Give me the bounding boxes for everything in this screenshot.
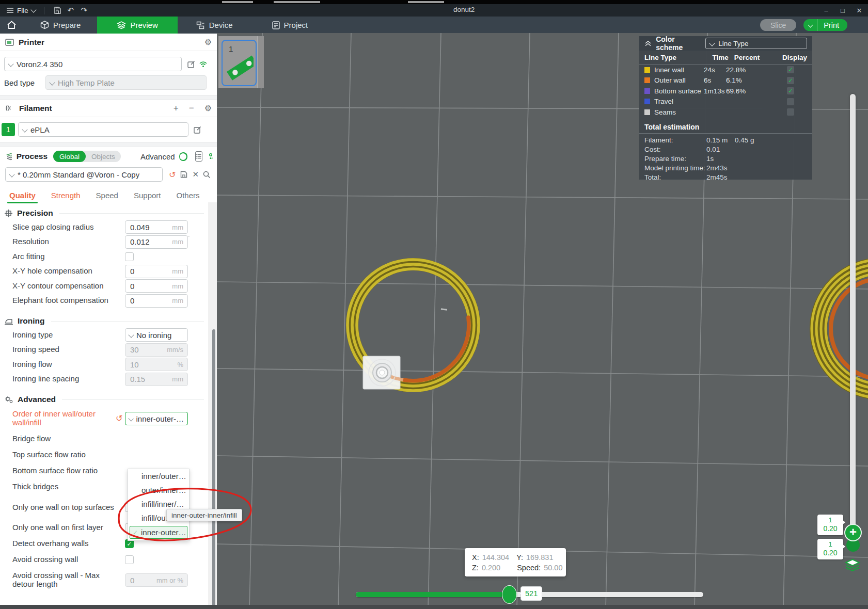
reset-preset-icon[interactable]: ↺ [169, 170, 176, 180]
setting-row: Top surface flow ratio [0, 447, 208, 463]
display-checkbox[interactable]: ✓ [787, 87, 794, 94]
add-filament-button[interactable]: + [173, 103, 179, 114]
legend-row: Outer wall6s6.1%✓ [639, 75, 812, 86]
search-icon[interactable] [203, 171, 211, 179]
setting-checkbox[interactable] [125, 555, 134, 564]
setting-input[interactable]: 0.049mm [125, 220, 188, 234]
legend-label: Bottom surface [654, 87, 701, 95]
scope-global[interactable]: Global [53, 151, 86, 162]
process-tab-others[interactable]: Others [177, 191, 200, 203]
tab-prepare[interactable]: Prepare [30, 17, 91, 34]
slice-button[interactable]: Slice [760, 19, 796, 31]
plate-model-preview [223, 41, 254, 83]
printer-settings-gear-icon[interactable]: ⚙ [204, 38, 212, 46]
setting-input[interactable]: 0mm [125, 265, 188, 278]
redo-button[interactable]: ↷ [80, 6, 89, 14]
close-button[interactable]: ✕ [855, 7, 864, 14]
color-scheme-select[interactable]: Line Type [705, 38, 807, 49]
setting-select[interactable]: inner-outer-… [125, 412, 188, 425]
estimation-label: Model printing time: [644, 164, 706, 172]
tab-preview[interactable]: Preview [97, 17, 177, 34]
setting-checkbox[interactable] [125, 252, 134, 261]
setting-label: Ironing flow [12, 360, 118, 369]
process-scope-toggle[interactable]: Global Objects [53, 151, 121, 162]
move-slider-handle[interactable] [502, 585, 517, 604]
dropdown-option[interactable]: outer/inner… [128, 483, 189, 497]
scope-objects[interactable]: Objects [86, 153, 121, 161]
save-preset-icon[interactable] [180, 171, 187, 178]
settings-section-precision: PrecisionSlice gap closing radius0.049mm… [0, 206, 208, 308]
process-tab-quality[interactable]: Quality [9, 191, 36, 203]
layer-slider-handle[interactable]: + [844, 524, 862, 541]
display-checkbox[interactable] [787, 108, 794, 116]
chevron-down-icon [49, 79, 55, 85]
filament-select[interactable]: ePLA [18, 122, 188, 137]
advanced-mode-toggle[interactable] [179, 152, 188, 161]
layers-view-button[interactable] [844, 558, 861, 576]
setting-value: 0 [125, 296, 172, 305]
legend-percent: 69.6% [726, 87, 775, 95]
setting-control: 0mm or % [125, 573, 199, 587]
move-slider[interactable]: 521 [356, 591, 703, 598]
display-checkbox[interactable]: ✓ [787, 66, 794, 73]
dropdown-option[interactable]: inner-outer… [130, 526, 187, 539]
layer-slider-track[interactable] [850, 94, 856, 526]
setting-unit: mm [172, 267, 187, 275]
wifi-icon[interactable] [199, 60, 208, 68]
scrollbar-gutter[interactable] [208, 202, 217, 605]
delete-preset-icon[interactable]: ✕ [192, 170, 199, 179]
remove-filament-button[interactable]: − [189, 103, 194, 114]
undo-button[interactable]: ↶ [66, 6, 75, 14]
process-tab-support[interactable]: Support [134, 191, 161, 203]
legend-row: Seams [639, 107, 812, 118]
x-value: 144.304 [482, 553, 509, 562]
tab-project-label: Project [284, 21, 308, 29]
process-tab-strength[interactable]: Strength [51, 191, 81, 203]
estimation-label: Total: [644, 173, 706, 181]
minimize-button[interactable]: – [822, 7, 831, 14]
setting-row: Resolution0.012mm [0, 235, 208, 250]
display-checkbox[interactable] [787, 98, 794, 105]
settings-scroll-area[interactable]: PrecisionSlice gap closing radius0.049mm… [0, 202, 208, 605]
filament-settings-gear-icon[interactable]: ⚙ [204, 104, 212, 113]
compare-presets-icon[interactable] [209, 153, 213, 160]
setting-input[interactable]: 0.012mm [125, 235, 188, 249]
revert-icon[interactable]: ↺ [116, 414, 122, 423]
display-checkbox[interactable]: ✓ [787, 77, 794, 84]
setting-input[interactable]: 0mm [125, 279, 188, 293]
setting-select[interactable]: No ironing [125, 328, 188, 342]
tab-device[interactable]: Device [186, 17, 243, 34]
maximize-button[interactable]: □ [838, 7, 847, 14]
parameter-list-icon[interactable] [195, 151, 202, 162]
print-button[interactable]: Print [803, 19, 847, 31]
chevron-down-icon [128, 416, 134, 422]
file-menu[interactable]: File [6, 7, 36, 14]
plate-thumbnail[interactable]: 1 [218, 36, 264, 88]
legend-row: Inner wall24s22.8%✓ [639, 65, 812, 75]
filament-slot-badge[interactable]: 1 [2, 123, 15, 136]
setting-unit: % [177, 361, 187, 368]
layers-stack-icon [844, 558, 861, 574]
collapse-icon[interactable] [644, 40, 651, 46]
save-button[interactable] [53, 6, 62, 14]
tab-project[interactable]: Project [262, 17, 319, 34]
estimation-row: Filament:0.15 m0.45 g [639, 136, 812, 145]
home-button[interactable] [0, 17, 23, 34]
setting-control: 0.049mm [125, 220, 199, 234]
setting-control [125, 555, 199, 564]
dropdown-option[interactable]: inner/outer… [128, 469, 189, 483]
scrollbar-thumb[interactable] [212, 329, 215, 609]
edit-filament-icon[interactable] [194, 126, 201, 134]
process-preset-select[interactable]: * 0.20mm Standard @Voron - Copy [5, 167, 163, 182]
estimation-row: Cost:0.01 [639, 145, 812, 154]
setting-value: 0 [125, 267, 172, 276]
plate-1-thumbnail[interactable]: 1 [222, 40, 257, 86]
setting-input[interactable]: 0mm [125, 294, 188, 308]
process-tab-speed[interactable]: Speed [96, 191, 118, 203]
printer-select[interactable]: Voron2.4 350 [4, 57, 182, 71]
print-options-chevron[interactable] [803, 19, 817, 31]
edit-printer-icon[interactable] [187, 60, 195, 68]
process-section-header: Process Global Objects Advanced [0, 147, 217, 166]
setting-control: 10% [125, 358, 199, 371]
bed-type-select[interactable]: High Temp Plate [45, 75, 207, 90]
